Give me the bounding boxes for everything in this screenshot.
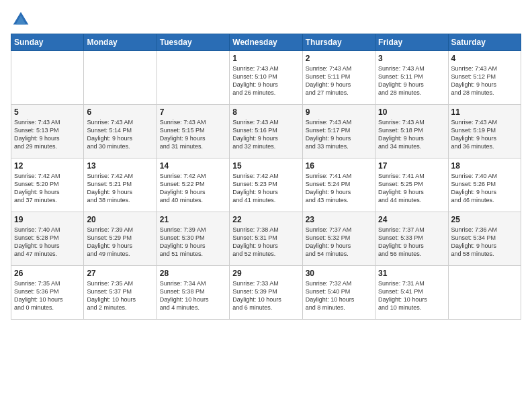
- day-number: 21: [160, 215, 226, 224]
- day-content: Sunrise: 7:41 AM Sunset: 5:24 PM Dayligh…: [306, 172, 372, 205]
- calendar-cell: 21Sunrise: 7:39 AM Sunset: 5:30 PM Dayli…: [157, 212, 229, 266]
- day-number: 26: [14, 269, 81, 278]
- calendar-cell: 31Sunrise: 7:31 AM Sunset: 5:41 PM Dayli…: [375, 266, 448, 320]
- day-content: Sunrise: 7:36 AM Sunset: 5:34 PM Dayligh…: [451, 226, 518, 259]
- calendar-cell: 17Sunrise: 7:41 AM Sunset: 5:25 PM Dayli…: [375, 158, 448, 212]
- calendar-cell: 2Sunrise: 7:43 AM Sunset: 5:11 PM Daylig…: [302, 51, 375, 105]
- day-number: 13: [87, 161, 153, 171]
- calendar-week-row: 1Sunrise: 7:43 AM Sunset: 5:10 PM Daylig…: [11, 51, 521, 105]
- day-content: Sunrise: 7:41 AM Sunset: 5:25 PM Dayligh…: [378, 172, 445, 205]
- day-content: Sunrise: 7:43 AM Sunset: 5:11 PM Dayligh…: [378, 64, 445, 97]
- day-number: 5: [14, 107, 81, 117]
- day-content: Sunrise: 7:35 AM Sunset: 5:36 PM Dayligh…: [14, 279, 81, 312]
- calendar-table: SundayMondayTuesdayWednesdayThursdayFrid…: [11, 34, 521, 320]
- calendar-cell: 12Sunrise: 7:42 AM Sunset: 5:20 PM Dayli…: [11, 158, 84, 212]
- calendar-cell: 14Sunrise: 7:42 AM Sunset: 5:22 PM Dayli…: [157, 158, 229, 212]
- logo-icon: [11, 9, 31, 30]
- calendar-cell: 16Sunrise: 7:41 AM Sunset: 5:24 PM Dayli…: [302, 158, 375, 212]
- day-content: Sunrise: 7:43 AM Sunset: 5:12 PM Dayligh…: [451, 64, 518, 97]
- calendar-cell: 4Sunrise: 7:43 AM Sunset: 5:12 PM Daylig…: [448, 51, 521, 105]
- calendar-cell: 8Sunrise: 7:43 AM Sunset: 5:16 PM Daylig…: [230, 105, 302, 158]
- day-number: 10: [378, 107, 445, 117]
- day-number: 27: [87, 269, 153, 278]
- day-number: 4: [451, 54, 518, 63]
- day-number: 24: [378, 215, 445, 224]
- day-number: 16: [306, 161, 372, 171]
- calendar-cell: 13Sunrise: 7:42 AM Sunset: 5:21 PM Dayli…: [84, 158, 157, 212]
- calendar-cell: 6Sunrise: 7:43 AM Sunset: 5:14 PM Daylig…: [84, 105, 157, 158]
- day-number: 8: [232, 107, 299, 117]
- logo: [11, 9, 32, 30]
- day-content: Sunrise: 7:35 AM Sunset: 5:37 PM Dayligh…: [87, 279, 153, 312]
- day-number: 7: [160, 107, 226, 117]
- calendar-week-row: 12Sunrise: 7:42 AM Sunset: 5:20 PM Dayli…: [11, 158, 521, 212]
- day-content: Sunrise: 7:43 AM Sunset: 5:10 PM Dayligh…: [232, 64, 299, 97]
- day-header-thursday: Thursday: [302, 34, 375, 51]
- day-number: 28: [160, 269, 226, 278]
- day-number: 23: [306, 215, 372, 224]
- calendar-cell: 26Sunrise: 7:35 AM Sunset: 5:36 PM Dayli…: [11, 266, 84, 320]
- day-content: Sunrise: 7:43 AM Sunset: 5:18 PM Dayligh…: [378, 118, 445, 151]
- calendar-cell: 19Sunrise: 7:40 AM Sunset: 5:28 PM Dayli…: [11, 212, 84, 266]
- day-number: 2: [306, 54, 372, 63]
- day-content: Sunrise: 7:43 AM Sunset: 5:14 PM Dayligh…: [87, 118, 153, 151]
- day-header-saturday: Saturday: [448, 34, 521, 51]
- day-number: 20: [87, 215, 153, 224]
- day-content: Sunrise: 7:42 AM Sunset: 5:23 PM Dayligh…: [232, 172, 299, 205]
- calendar-cell: 1Sunrise: 7:43 AM Sunset: 5:10 PM Daylig…: [230, 51, 302, 105]
- calendar-cell: 11Sunrise: 7:43 AM Sunset: 5:19 PM Dayli…: [448, 105, 521, 158]
- calendar-cell: [157, 51, 229, 105]
- day-number: 29: [232, 269, 299, 278]
- day-number: 11: [451, 107, 518, 117]
- calendar-cell: [448, 266, 521, 320]
- calendar-cell: 24Sunrise: 7:37 AM Sunset: 5:33 PM Dayli…: [375, 212, 448, 266]
- day-number: 3: [378, 54, 445, 63]
- day-number: 15: [232, 161, 299, 171]
- calendar-cell: 30Sunrise: 7:32 AM Sunset: 5:40 PM Dayli…: [302, 266, 375, 320]
- day-content: Sunrise: 7:40 AM Sunset: 5:28 PM Dayligh…: [14, 226, 81, 259]
- calendar-header-row: SundayMondayTuesdayWednesdayThursdayFrid…: [11, 34, 521, 51]
- day-number: 31: [378, 269, 445, 278]
- day-number: 17: [378, 161, 445, 171]
- day-content: Sunrise: 7:31 AM Sunset: 5:41 PM Dayligh…: [378, 279, 445, 312]
- day-content: Sunrise: 7:42 AM Sunset: 5:22 PM Dayligh…: [160, 172, 226, 205]
- day-content: Sunrise: 7:38 AM Sunset: 5:31 PM Dayligh…: [232, 226, 299, 259]
- calendar-cell: 5Sunrise: 7:43 AM Sunset: 5:13 PM Daylig…: [11, 105, 84, 158]
- calendar-cell: [11, 51, 84, 105]
- calendar-cell: 9Sunrise: 7:43 AM Sunset: 5:17 PM Daylig…: [302, 105, 375, 158]
- calendar-cell: 29Sunrise: 7:33 AM Sunset: 5:39 PM Dayli…: [230, 266, 302, 320]
- day-content: Sunrise: 7:42 AM Sunset: 5:21 PM Dayligh…: [87, 172, 153, 205]
- calendar-cell: 23Sunrise: 7:37 AM Sunset: 5:32 PM Dayli…: [302, 212, 375, 266]
- day-number: 22: [232, 215, 299, 224]
- calendar-cell: 22Sunrise: 7:38 AM Sunset: 5:31 PM Dayli…: [230, 212, 302, 266]
- header: [11, 7, 521, 30]
- day-number: 1: [232, 54, 299, 63]
- day-header-sunday: Sunday: [11, 34, 84, 51]
- calendar-week-row: 19Sunrise: 7:40 AM Sunset: 5:28 PM Dayli…: [11, 212, 521, 266]
- day-content: Sunrise: 7:42 AM Sunset: 5:20 PM Dayligh…: [14, 172, 81, 205]
- calendar-cell: 27Sunrise: 7:35 AM Sunset: 5:37 PM Dayli…: [84, 266, 157, 320]
- day-number: 14: [160, 161, 226, 171]
- calendar-cell: 25Sunrise: 7:36 AM Sunset: 5:34 PM Dayli…: [448, 212, 521, 266]
- day-content: Sunrise: 7:43 AM Sunset: 5:11 PM Dayligh…: [306, 64, 372, 97]
- calendar-cell: 10Sunrise: 7:43 AM Sunset: 5:18 PM Dayli…: [375, 105, 448, 158]
- day-content: Sunrise: 7:43 AM Sunset: 5:16 PM Dayligh…: [232, 118, 299, 151]
- day-content: Sunrise: 7:43 AM Sunset: 5:15 PM Dayligh…: [160, 118, 226, 151]
- calendar-cell: 3Sunrise: 7:43 AM Sunset: 5:11 PM Daylig…: [375, 51, 448, 105]
- day-content: Sunrise: 7:33 AM Sunset: 5:39 PM Dayligh…: [232, 279, 299, 312]
- day-number: 9: [306, 107, 372, 117]
- calendar-cell: 7Sunrise: 7:43 AM Sunset: 5:15 PM Daylig…: [157, 105, 229, 158]
- day-number: 6: [87, 107, 153, 117]
- day-number: 18: [451, 161, 518, 171]
- day-header-friday: Friday: [375, 34, 448, 51]
- day-content: Sunrise: 7:40 AM Sunset: 5:26 PM Dayligh…: [451, 172, 518, 205]
- calendar-page: SundayMondayTuesdayWednesdayThursdayFrid…: [0, 0, 532, 326]
- day-content: Sunrise: 7:43 AM Sunset: 5:17 PM Dayligh…: [306, 118, 372, 151]
- day-header-monday: Monday: [84, 34, 157, 51]
- calendar-week-row: 5Sunrise: 7:43 AM Sunset: 5:13 PM Daylig…: [11, 105, 521, 158]
- day-content: Sunrise: 7:39 AM Sunset: 5:29 PM Dayligh…: [87, 226, 153, 259]
- day-content: Sunrise: 7:37 AM Sunset: 5:32 PM Dayligh…: [306, 226, 372, 259]
- calendar-cell: 28Sunrise: 7:34 AM Sunset: 5:38 PM Dayli…: [157, 266, 229, 320]
- day-header-tuesday: Tuesday: [157, 34, 229, 51]
- day-content: Sunrise: 7:43 AM Sunset: 5:19 PM Dayligh…: [451, 118, 518, 151]
